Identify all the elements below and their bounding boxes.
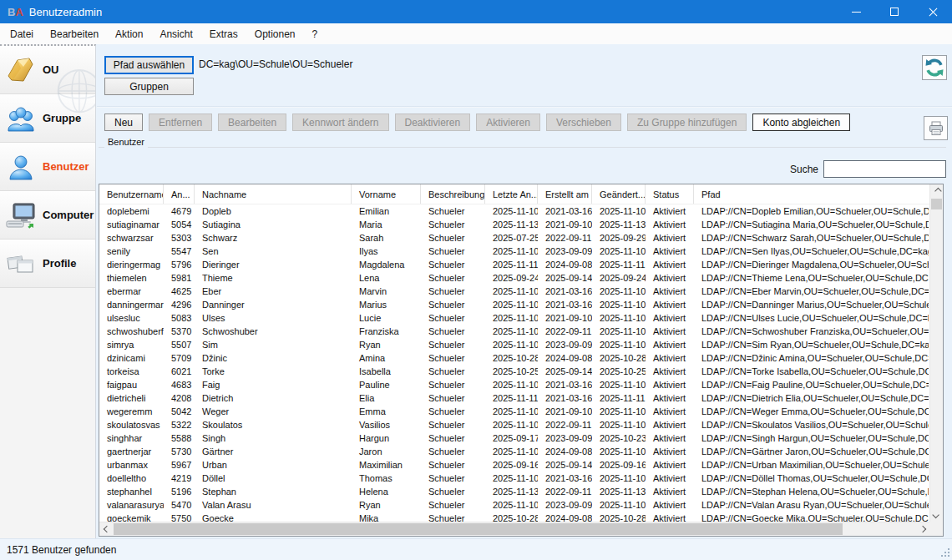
cell-pfad: LDAP://CN=Sim Ryan,OU=Schueler,OU=Schule…: [694, 338, 929, 351]
scroll-left-button[interactable]: [99, 522, 114, 536]
cell-nachname: Džinic: [195, 351, 352, 365]
table-row[interactable]: gaertnerjar5730GärtnerJaronSchueler2025-…: [99, 445, 929, 458]
table-row[interactable]: stephanhel5196StephanHelenaSchueler2025-…: [99, 485, 929, 498]
toolbar-button-zu-gruppe-hinzufuegen: Zu Gruppe hinzufügen: [627, 114, 747, 131]
table-row[interactable]: singhhar5588SinghHargunSchueler2025-09-1…: [99, 431, 929, 445]
column-header-nachname[interactable]: Nachname: [195, 184, 352, 204]
cell-erstellt-am: 2021-09-10: [538, 218, 592, 231]
select-path-button[interactable]: Pfad auswählen: [104, 56, 194, 74]
vertical-scrollbar[interactable]: [929, 184, 943, 522]
scroll-up-button[interactable]: [930, 184, 943, 198]
table-row[interactable]: ulsesluc5083UlsesLucieSchueler2025-11-10…: [99, 311, 929, 325]
table-row[interactable]: torkeisa6021TorkeIsabellaSchueler2025-10…: [99, 365, 929, 378]
sidebar-item-gruppe[interactable]: Gruppe: [0, 94, 95, 143]
table-row[interactable]: doelleltho4219DöllelThomasSchueler2025-1…: [99, 472, 929, 485]
table-row[interactable]: senily5547SenIlyasSchueler2025-11-102023…: [99, 245, 929, 258]
menu-item-hilfe[interactable]: ?: [304, 25, 327, 43]
table-row[interactable]: valanarasurya5470Valan ArasuRyanSchueler…: [99, 498, 929, 512]
cell-erstellt-am: 2021-09-10: [538, 405, 592, 418]
sidebar-item-ou[interactable]: OU: [0, 46, 95, 94]
sidebar-item-profile[interactable]: Profile: [0, 240, 95, 288]
table-row[interactable]: urbanmax5967UrbanMaximilianSchueler2025-…: [99, 458, 929, 472]
cell-vorname: Marvin: [352, 285, 421, 298]
scroll-down-button[interactable]: [930, 508, 943, 522]
sidebar-item-computer[interactable]: Computer: [0, 191, 95, 240]
column-header-an[interactable]: An...: [164, 184, 195, 204]
groups-button[interactable]: Gruppen: [104, 78, 194, 95]
cell-letzte-an: 2025-11-10: [485, 298, 538, 311]
cell-beschreibung: Schueler: [421, 391, 485, 405]
menu-item-optionen[interactable]: Optionen: [246, 25, 304, 43]
cell-beschreibung: Schueler: [421, 285, 485, 298]
refresh-button[interactable]: [922, 55, 947, 80]
table-row[interactable]: skoulatosvas5322SkoulatosVasiliosSchuele…: [99, 418, 929, 431]
cell-benutzername: wegeremm: [99, 405, 164, 418]
sidebar-item-benutzer[interactable]: Benutzer: [0, 143, 95, 191]
toolbar-button-neu[interactable]: Neu: [104, 114, 143, 131]
horizontal-scroll-thumb[interactable]: [114, 523, 843, 535]
cell-benutzername: goeckemik: [99, 512, 164, 522]
table-row[interactable]: dzinicami5709DžinicAminaSchueler2025-10-…: [99, 351, 929, 365]
vertical-scroll-thumb[interactable]: [931, 199, 942, 209]
table-row[interactable]: dieringermag5796DieringerMagdalenaSchuel…: [99, 258, 929, 271]
cell-pfad: LDAP://CN=Goecke Mika,OU=Schueler,OU=Sch…: [694, 512, 929, 522]
column-header-erstellt-am[interactable]: Erstellt am: [538, 184, 592, 204]
cell-status: Aktiviert: [646, 378, 694, 391]
table-row[interactable]: ebermar4625EberMarvinSchueler2025-11-102…: [99, 285, 929, 298]
table-row[interactable]: wegeremm5042WegerEmmaSchueler2025-11-102…: [99, 405, 929, 418]
cell-nachname: Sim: [195, 338, 352, 351]
cell-benutzername: doplebemi: [99, 204, 164, 218]
cell-nachname: Stephan: [195, 485, 352, 498]
cell-status: Aktiviert: [646, 231, 694, 245]
menu-item-bearbeiten[interactable]: Bearbeiten: [42, 25, 107, 43]
cell-pfad: LDAP://CN=Schwarz Sarah,OU=Schueler,OU=S…: [694, 231, 929, 245]
toolbar-button-konto-abgleichen[interactable]: Konto abgleichen: [752, 114, 850, 131]
table-row[interactable]: danningermar4296DanningerMariusSchueler2…: [99, 298, 929, 311]
cell-status: Aktiviert: [646, 485, 694, 498]
table-row[interactable]: schwoshuberfra5370SchwoshuberFranziskaSc…: [99, 325, 929, 338]
cell-geaendert: 2025-09-16: [592, 458, 646, 472]
toolbar-button-deaktivieren: Deaktivieren: [395, 114, 471, 131]
cell-nachname: Weger: [195, 405, 352, 418]
column-header-beschreibung[interactable]: Beschreibung: [421, 184, 485, 204]
groupbox-border: [99, 147, 946, 148]
column-header-vorname[interactable]: Vorname: [352, 184, 421, 204]
cell-vorname: Lucie: [352, 311, 421, 325]
horizontal-scrollbar[interactable]: [99, 522, 929, 536]
sidebar-item-label: Benutzer: [43, 160, 89, 173]
cell-beschreibung: Schueler: [421, 458, 485, 472]
column-header-pfad[interactable]: Pfad: [694, 184, 929, 204]
cell-an: 5588: [164, 431, 195, 445]
cell-nachname: Urban: [195, 458, 352, 472]
table-row[interactable]: simrya5507SimRyanSchueler2025-11-102023-…: [99, 338, 929, 351]
cell-erstellt-am: 2021-03-16: [538, 285, 592, 298]
scroll-right-button[interactable]: [915, 522, 929, 536]
column-header-benutzername[interactable]: Benutzername: [99, 184, 164, 204]
maximize-button[interactable]: [875, 0, 914, 23]
resize-grip-icon[interactable]: [940, 547, 950, 557]
menu-item-datei[interactable]: Datei: [2, 25, 42, 43]
cell-pfad: LDAP://CN=Džinic Amina,OU=Schueler,OU=Sc…: [694, 351, 929, 365]
table-row[interactable]: goeckemik5750GoeckeMikaSchueler2025-10-2…: [99, 512, 929, 522]
table-row[interactable]: dietricheli4208DietrichEliaSchueler2025-…: [99, 391, 929, 405]
column-header-geaendert[interactable]: Geändert...: [592, 184, 646, 204]
cell-status: Aktiviert: [646, 298, 694, 311]
menu-item-extras[interactable]: Extras: [201, 25, 246, 43]
cell-vorname: Emilian: [352, 204, 421, 218]
minimize-button[interactable]: [837, 0, 875, 23]
menu-item-ansicht[interactable]: Ansicht: [151, 25, 200, 43]
table-row[interactable]: thiemelen5981ThiemeLenaSchueler2025-09-2…: [99, 271, 929, 285]
table-row[interactable]: faigpau4683FaigPaulineSchueler2025-11-10…: [99, 378, 929, 391]
toolbar-button-verschieben: Verschieben: [546, 114, 621, 131]
table-row[interactable]: sutiaginamar5054SutiaginaMariaSchueler20…: [99, 218, 929, 231]
cell-erstellt-am: 2021-03-16: [538, 378, 592, 391]
table-row[interactable]: doplebemi4679DoplebEmilianSchueler2025-1…: [99, 204, 929, 218]
main-area: Pfad auswählen DC=kag\OU=Schule\OU=Schue…: [97, 44, 952, 538]
search-input[interactable]: [823, 160, 946, 178]
close-button[interactable]: [914, 0, 952, 23]
print-button[interactable]: [924, 116, 948, 140]
column-header-letzte-an[interactable]: Letzte An...: [485, 184, 538, 204]
menu-item-aktion[interactable]: Aktion: [107, 25, 151, 43]
column-header-status[interactable]: Status: [646, 184, 694, 204]
table-row[interactable]: schwarzsar5303SchwarzSarahSchueler2025-0…: [99, 231, 929, 245]
